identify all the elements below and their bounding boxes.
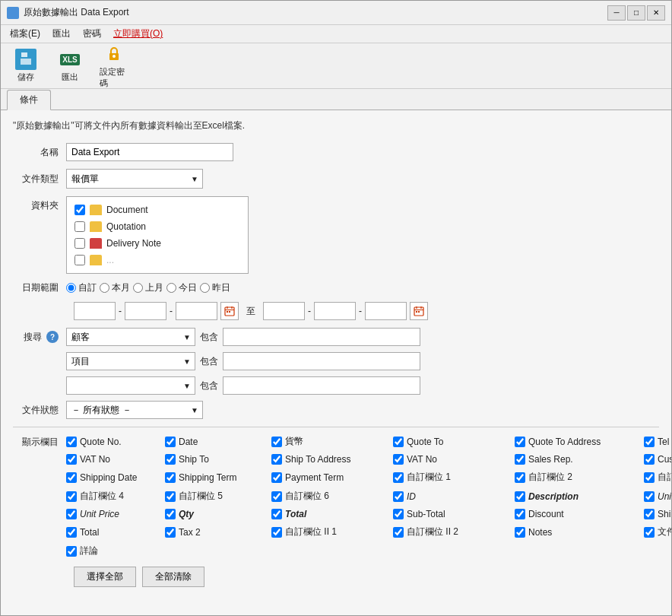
cb-unit-label[interactable]: Unit — [658, 491, 671, 502]
radio-today[interactable]: 今日 — [166, 281, 197, 294]
cb-vat-no-label[interactable]: VAT No — [80, 454, 110, 465]
radio-custom-input[interactable] — [66, 283, 76, 293]
radio-this-month-input[interactable] — [100, 283, 109, 293]
clear-all-button[interactable]: 全部清除 — [142, 567, 204, 587]
cb-custom-5-input[interactable] — [165, 491, 176, 502]
cb-sub-total-input[interactable] — [393, 509, 404, 519]
cb-custom-6-input[interactable] — [271, 491, 282, 502]
date-end-d[interactable] — [365, 302, 407, 320]
cb-vat-no-2-label[interactable]: VAT No — [407, 454, 437, 465]
cb-custom-ii-1-label[interactable]: 自訂欄位 II 1 — [285, 526, 337, 538]
cb-vat-no-input[interactable] — [66, 454, 77, 465]
cb-quote-to-address-label[interactable]: Quote To Address — [528, 437, 601, 447]
cb-custom-ii-2-input[interactable] — [393, 527, 404, 538]
search-select-2[interactable]: 項目 顧客 — [66, 352, 195, 370]
cb-discount-input[interactable] — [515, 509, 525, 519]
calendar-start-button[interactable] — [220, 302, 239, 320]
search-input-3[interactable] — [223, 376, 420, 395]
cb-customer-ref-input[interactable] — [644, 454, 655, 465]
minimize-button[interactable]: ─ — [607, 5, 626, 21]
folder-item-quotation[interactable]: Quotation — [67, 218, 248, 235]
cb-id-label[interactable]: ID — [407, 491, 416, 502]
cb-quote-to-address-input[interactable] — [515, 437, 525, 447]
radio-last-month[interactable]: 上月 — [133, 281, 163, 294]
cb-custom-4-input[interactable] — [66, 491, 77, 502]
cb-total-italic-label[interactable]: Total — [285, 509, 306, 519]
cb-custom-ii-2-label[interactable]: 自訂欄位 II 2 — [407, 526, 458, 538]
cb-custom-2-input[interactable] — [515, 472, 525, 483]
maximize-button[interactable]: □ — [627, 5, 645, 21]
cb-shipping-label[interactable]: Shipping — [658, 509, 671, 519]
date-start-d[interactable] — [176, 302, 217, 320]
cb-custom-6-label[interactable]: 自訂欄位 6 — [285, 490, 329, 503]
close-button[interactable]: ✕ — [647, 5, 665, 21]
radio-today-input[interactable] — [166, 283, 176, 293]
cb-quote-no-input[interactable] — [66, 437, 77, 447]
cb-payment-term-label[interactable]: Payment Term — [285, 472, 344, 483]
cb-sub-total-label[interactable]: Sub-Total — [407, 509, 445, 519]
tab-conditions[interactable]: 條件 — [7, 90, 51, 110]
date-start-y[interactable] — [74, 302, 116, 320]
cb-total-label[interactable]: Total — [80, 527, 99, 538]
name-input[interactable] — [66, 143, 233, 161]
cb-ship-to-address-input[interactable] — [271, 454, 282, 465]
cb-unit-input[interactable] — [644, 491, 655, 502]
radio-last-month-input[interactable] — [133, 283, 143, 293]
cb-shipping-term-input[interactable] — [165, 472, 176, 483]
status-select[interactable]: － 所有狀態 － — [66, 401, 203, 419]
cb-comment-label[interactable]: 詳論 — [80, 545, 98, 557]
date-start-m[interactable] — [125, 302, 166, 320]
save-button[interactable]: 儲存 — [7, 46, 45, 86]
cb-shipping-date-input[interactable] — [66, 472, 77, 483]
cb-custom-3-label[interactable]: 自訂欄位 3 — [658, 471, 671, 484]
folder-checkbox-delivery[interactable] — [74, 238, 85, 249]
type-select[interactable]: 報價單 交貨單 發票 — [66, 169, 203, 189]
search-input-1[interactable] — [223, 328, 420, 346]
cb-shipping-input[interactable] — [644, 509, 655, 519]
cb-ship-to-address-label[interactable]: Ship To Address — [285, 454, 351, 465]
date-end-m[interactable] — [314, 302, 356, 320]
cb-discount-label[interactable]: Discount — [528, 509, 564, 519]
cb-currency-input[interactable] — [271, 437, 282, 447]
search-select-3[interactable] — [66, 376, 195, 395]
cb-tel-input[interactable] — [644, 437, 655, 447]
radio-custom[interactable]: 自訂 — [66, 281, 97, 294]
radio-yesterday[interactable]: 昨日 — [200, 281, 230, 294]
folder-item-delivery[interactable]: Delivery Note — [67, 235, 248, 252]
cb-unit-price-input[interactable] — [66, 509, 77, 519]
cb-quote-no-label[interactable]: Quote No. — [80, 437, 122, 447]
cb-custom-4-label[interactable]: 自訂欄位 4 — [80, 490, 124, 503]
select-all-button[interactable]: 選擇全部 — [74, 567, 136, 587]
cb-vat-no-2-input[interactable] — [393, 454, 404, 465]
cb-sales-rep-input[interactable] — [515, 454, 525, 465]
menu-export[interactable]: 匯出 — [46, 26, 77, 42]
cb-shipping-date-label[interactable]: Shipping Date — [80, 472, 137, 483]
cb-ship-to-label[interactable]: Ship To — [179, 454, 209, 465]
cb-customer-ref-label[interactable]: Customer Ref. No. — [658, 454, 671, 465]
menu-file[interactable]: 檔案(E) — [4, 26, 46, 42]
folder-item-document[interactable]: Document — [67, 202, 248, 218]
radio-this-month[interactable]: 本月 — [100, 281, 130, 294]
cb-notes-label[interactable]: Notes — [528, 527, 552, 538]
search-select-1[interactable]: 顧客 項目 Date — [66, 328, 195, 346]
cb-comment-input[interactable] — [66, 546, 77, 557]
cb-qty-input[interactable] — [165, 509, 176, 519]
cb-total-input[interactable] — [66, 527, 77, 538]
cb-description-input[interactable] — [515, 491, 525, 502]
cb-description-label[interactable]: Description — [528, 491, 578, 502]
cb-unit-price-label[interactable]: Unit Price — [80, 509, 119, 519]
cb-ship-to-input[interactable] — [165, 454, 176, 465]
cb-tax2-label[interactable]: Tax 2 — [179, 527, 201, 538]
cb-custom-1-label[interactable]: 自訂欄位 1 — [407, 471, 451, 484]
cb-doc-status-label[interactable]: 文件狀態 — [658, 526, 671, 538]
folder-item-more[interactable]: ... — [67, 252, 248, 268]
cb-sales-rep-label[interactable]: Sales Rep. — [528, 454, 573, 465]
cb-custom-3-input[interactable] — [644, 472, 655, 483]
help-badge[interactable]: ? — [46, 331, 59, 343]
cb-custom-2-label[interactable]: 自訂欄位 2 — [528, 471, 572, 484]
radio-yesterday-input[interactable] — [200, 283, 210, 293]
export-button[interactable]: XLS 匯出 — [51, 46, 89, 86]
cb-id-input[interactable] — [393, 491, 404, 502]
cb-notes-input[interactable] — [515, 527, 525, 538]
cb-custom-1-input[interactable] — [393, 472, 404, 483]
